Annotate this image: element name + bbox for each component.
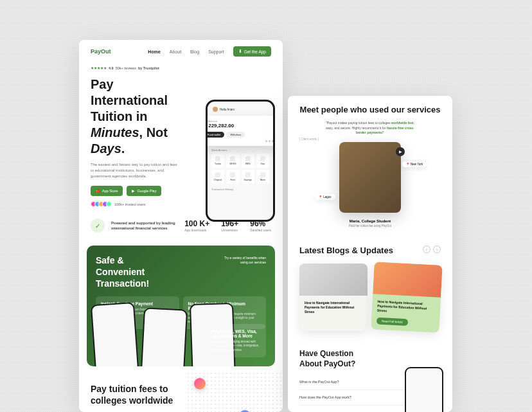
testimonial-image: ▶ 📍 New York 📍 Lagos bbox=[339, 142, 401, 213]
features-section: Safe & Convenient Transaction! Try a var… bbox=[87, 246, 275, 366]
logo[interactable]: PayOut bbox=[91, 48, 111, 55]
nav-support[interactable]: Support bbox=[208, 49, 224, 54]
star-icon: ★★★★★ bbox=[91, 66, 107, 70]
qa-item[interactable]: Deposit bbox=[211, 170, 224, 184]
blog-image bbox=[373, 262, 442, 298]
qa-item[interactable]: Visa bbox=[256, 154, 269, 168]
withdraw-button[interactable]: Withdraw bbox=[226, 132, 245, 138]
nav-about[interactable]: About bbox=[170, 49, 181, 54]
next-arrow[interactable]: › bbox=[433, 246, 441, 253]
apple-icon: 🍎 bbox=[96, 189, 100, 193]
tuition-section: Pay tuition fees to colleges worldwide E… bbox=[79, 372, 283, 412]
location-tag: 📍 Lagos bbox=[315, 194, 335, 200]
qa-item[interactable]: WES bbox=[242, 154, 254, 168]
location-tag: 📍 New York bbox=[402, 161, 427, 167]
balance-card: My Balance ₦ 229,282.00 Fund wallet With… bbox=[206, 116, 275, 146]
blog-card[interactable]: How to Navigate International Payments f… bbox=[371, 262, 442, 333]
phone-mockup: Hello Anam My Balance ₦ 229,282.00 Fund … bbox=[206, 100, 275, 222]
map-pin bbox=[194, 378, 206, 390]
phone-mockup bbox=[91, 302, 139, 366]
qa-item[interactable]: SEVIS bbox=[226, 154, 239, 168]
testimonial-quote: "Payout makes paying tuition fees to col… bbox=[325, 121, 415, 136]
rating-row: ★★★★★ 4.9 50k+ reviews by Trustpilot bbox=[79, 63, 283, 73]
qa-item[interactable]: More bbox=[256, 170, 269, 184]
phone-mockup bbox=[405, 367, 443, 412]
qa-item[interactable]: Savings bbox=[242, 170, 254, 184]
appstore-button[interactable]: 🍎 App Store bbox=[91, 186, 123, 196]
landing-page-left: PayOut Home About Blog Support ⬇ Get the… bbox=[79, 40, 283, 412]
phone-greeting: Hello Anam bbox=[211, 105, 269, 113]
balance-value: ₦ 229,282.00 bbox=[206, 123, 275, 129]
faq-section: Have Question About PayOut? What is the … bbox=[288, 340, 452, 412]
play-icon: ▶ bbox=[132, 189, 135, 193]
qa-item[interactable]: Tuition bbox=[211, 154, 224, 168]
prev-arrow[interactable]: ‹ bbox=[423, 246, 430, 253]
nav-blog[interactable]: Blog bbox=[190, 49, 199, 54]
googleplay-button[interactable]: ▶ Google Play bbox=[127, 186, 161, 196]
play-button[interactable]: ▶ bbox=[396, 147, 405, 156]
avatar bbox=[106, 201, 112, 207]
phone-mockup bbox=[140, 307, 188, 366]
testimonial-section: Meet people who used our services "Payou… bbox=[288, 96, 452, 237]
blogs-section: Latest Blogs & Updates ‹ › How to Naviga… bbox=[288, 237, 452, 341]
hero-section: Pay International Tuition in Minutes, No… bbox=[79, 73, 283, 211]
landing-page-right: Meet people who used our services "Payou… bbox=[288, 96, 452, 412]
avatar bbox=[213, 107, 218, 112]
download-icon: ⬇ bbox=[238, 49, 242, 54]
blog-image bbox=[299, 264, 368, 296]
stat-downloads: 100 K+ App downloads bbox=[184, 219, 209, 232]
check-icon: ✓ bbox=[91, 219, 105, 233]
feature-card: Pay SEVIS, WES, Visa, Applications & Mor… bbox=[207, 324, 266, 357]
quick-actions-grid: Tuition SEVIS WES Visa Deposit Fees Savi… bbox=[211, 154, 269, 184]
navbar: PayOut Home About Blog Support ⬇ Get the… bbox=[79, 40, 283, 63]
blog-card[interactable]: How to Navigate International Payments f… bbox=[299, 264, 368, 331]
get-app-button[interactable]: ⬇ Get the App bbox=[233, 46, 271, 57]
qa-item[interactable]: Fees bbox=[226, 170, 239, 184]
hero-subtitle: The easiest and fastest way to pay tuiti… bbox=[91, 162, 177, 179]
fund-wallet-button[interactable]: Fund wallet bbox=[206, 132, 224, 138]
hero-title: Pay International Tuition in Minutes, No… bbox=[91, 76, 187, 157]
read-article-button[interactable]: Read Full Article bbox=[377, 318, 408, 327]
nav-home[interactable]: Home bbox=[148, 49, 160, 54]
